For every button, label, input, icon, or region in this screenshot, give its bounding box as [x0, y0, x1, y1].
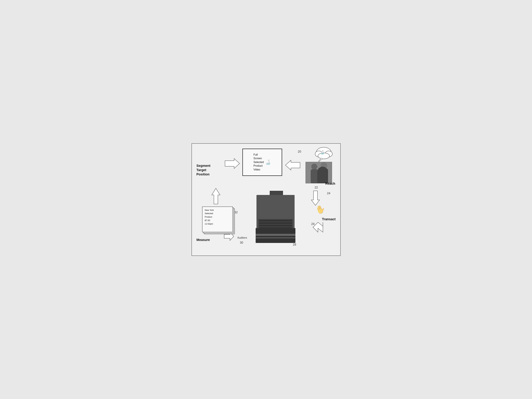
- pos-display-top: [270, 191, 283, 196]
- svg-point-6: [320, 158, 322, 160]
- measure-label: Measure: [196, 238, 210, 242]
- diagram-container: SegmentTargetPosition FullScreenSelected…: [191, 143, 341, 256]
- video-box-text: FullScreenSelectedProductVideo: [253, 153, 264, 172]
- svg-marker-1: [285, 160, 300, 170]
- label-22: 22: [314, 186, 318, 189]
- people-photo: [305, 162, 332, 183]
- svg-rect-14: [320, 169, 328, 183]
- thought-bubble-area: 🍶: [313, 146, 335, 162]
- svg-rect-19: [259, 220, 292, 221]
- arrow-up-to-segment: [211, 188, 221, 204]
- label-32: 32: [234, 211, 238, 214]
- label-20: 20: [298, 150, 301, 153]
- svg-point-13: [321, 162, 327, 169]
- segment-target-label: SegmentTargetPosition: [196, 164, 210, 176]
- svg-rect-10: [306, 162, 332, 183]
- svg-point-8: [318, 161, 319, 161]
- svg-point-7: [319, 160, 320, 161]
- label-30: 30: [240, 241, 243, 245]
- arrow-video-to-reach: [285, 159, 300, 171]
- pos-base: [256, 228, 295, 243]
- receipt-front: New YorkSelectedProduct$7.0011:52pm: [202, 207, 233, 232]
- bottle-icon-top: 🍶: [265, 160, 271, 165]
- svg-marker-26: [212, 188, 220, 204]
- svg-text:🍶: 🍶: [320, 150, 324, 154]
- label-28: 28: [293, 243, 296, 246]
- reach-label: Reach: [325, 182, 335, 185]
- svg-marker-0: [225, 159, 240, 168]
- transact-label: Transact: [322, 217, 336, 221]
- svg-rect-12: [311, 169, 318, 183]
- label-24-right: 24: [327, 192, 330, 195]
- svg-rect-21: [259, 225, 292, 226]
- label-24-bottom: 24: [311, 222, 314, 226]
- svg-point-11: [311, 164, 317, 170]
- receipt-stack: New YorkSelectedProduct$7.0011:52pm: [202, 207, 233, 235]
- svg-rect-24: [256, 234, 295, 236]
- arrow-segment-to-video: [225, 158, 240, 169]
- svg-rect-20: [259, 222, 292, 224]
- svg-rect-25: [256, 237, 295, 239]
- video-box: FullScreenSelectedProductVideo 🍶: [242, 149, 282, 176]
- people-photo-inner: [306, 162, 332, 183]
- auditors-label: Auditors: [237, 236, 247, 239]
